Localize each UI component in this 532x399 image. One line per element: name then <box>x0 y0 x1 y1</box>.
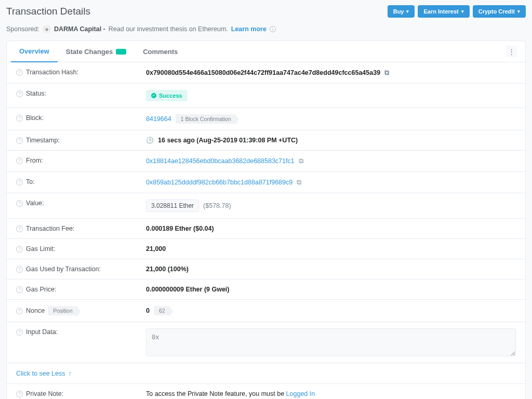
buy-label: Buy <box>393 8 404 15</box>
value-usd: ($578.78) <box>203 202 231 209</box>
label-private-note: Private Note: <box>26 390 63 397</box>
help-icon[interactable]: ? <box>16 179 23 185</box>
copy-icon[interactable]: ⧉ <box>299 157 303 165</box>
buy-button[interactable]: Buy ▾ <box>388 5 415 18</box>
help-icon[interactable]: ? <box>16 329 23 336</box>
tab-comments-label: Comments <box>143 48 178 56</box>
row-gas-price: ? Gas Price: 0.000000009 Ether (9 Gwei) <box>7 280 525 300</box>
row-private-note: ? Private Note: To access the Private No… <box>7 384 525 399</box>
label-gas-limit: Gas Limit: <box>26 245 55 252</box>
private-note-text: To access the Private Note feature, you … <box>146 390 286 397</box>
more-options-button[interactable]: ⋮ <box>506 46 517 57</box>
label-block: Block: <box>26 114 44 122</box>
label-gas-used: Gas Used by Transaction: <box>26 265 101 273</box>
row-fee: ? Transaction Fee: 0.000189 Ether ($0.04… <box>7 219 525 239</box>
row-gas-limit: ? Gas Limit: 21,000 <box>7 239 525 259</box>
header-buttons: Buy ▾ Earn Interest ▾ Crypto Credit ▾ <box>388 5 526 18</box>
value-gas-price: 0.000000009 Ether (9 Gwei) <box>146 286 230 293</box>
copy-icon[interactable]: ⧉ <box>297 178 301 187</box>
block-confirmations: 1 Block Confirmation <box>176 114 235 124</box>
label-from: From: <box>26 157 43 164</box>
label-to: To: <box>26 178 35 185</box>
help-icon[interactable]: ? <box>16 200 23 207</box>
chevron-down-icon: ▾ <box>517 9 520 14</box>
row-to: ? To: 0x859ab125ddddf982cb66b7bbc1d88a87… <box>7 172 525 193</box>
help-icon[interactable]: ? <box>16 308 23 314</box>
help-icon[interactable]: ? <box>16 69 23 76</box>
tab-overview[interactable]: Overview <box>11 41 58 62</box>
tab-comments[interactable]: Comments <box>135 42 186 62</box>
row-from: ? From: 0x18814ae128456ebd0bcaab3682de68… <box>7 151 525 172</box>
value-timestamp: 16 secs ago (Aug-25-2019 01:39:08 PM +UT… <box>158 137 298 144</box>
value-ether: 3.028811 Ether <box>146 200 199 212</box>
label-fee: Transaction Fee: <box>26 225 74 232</box>
tab-state-changes[interactable]: State Changes <box>58 42 135 62</box>
from-address-link[interactable]: 0x18814ae128456ebd0bcaab3682de688583c71f… <box>146 157 295 165</box>
arrow-up-icon: ↑ <box>68 370 71 377</box>
details-card: Overview State Changes Comments ⋮ ? Tran… <box>6 41 526 399</box>
label-hash: Transaction Hash: <box>26 69 78 76</box>
help-icon[interactable]: ? <box>16 225 23 232</box>
label-input: Input Data: <box>26 328 58 336</box>
chevron-down-icon: ▾ <box>461 9 464 14</box>
input-data-textarea[interactable] <box>146 328 516 356</box>
label-gas-price: Gas Price: <box>26 286 56 293</box>
help-icon[interactable]: ? <box>16 157 23 164</box>
credit-label: Crypto Credit <box>478 8 515 15</box>
tabs-row: Overview State Changes Comments ⋮ <box>7 41 525 62</box>
value-gas-used: 21,000 (100%) <box>146 265 189 273</box>
row-value: ? Value: 3.028811 Ether ($578.78) <box>7 193 525 219</box>
value-hash: 0x790080d554e466a15080d06e2f44c72ff91aa7… <box>146 69 380 76</box>
logged-in-link[interactable]: Logged In <box>286 390 315 397</box>
label-status: Status: <box>26 90 46 97</box>
label-nonce: Nonce <box>26 307 45 314</box>
row-gas-used: ? Gas Used by Transaction: 21,000 (100%) <box>7 259 525 280</box>
see-less-link[interactable]: Click to see Less ↑ <box>16 370 72 377</box>
row-nonce: ? Nonce Position 0 62 <box>7 300 525 322</box>
row-status: ? Status: ✓ Success <box>7 84 525 108</box>
clock-icon: 🕒 <box>146 137 154 144</box>
value-status: Success <box>159 92 182 99</box>
help-icon[interactable]: ? <box>16 391 23 397</box>
check-icon: ✓ <box>151 93 156 98</box>
block-link[interactable]: 8419664 <box>146 115 171 123</box>
chevron-down-icon: ▾ <box>406 9 409 14</box>
help-icon[interactable]: ? <box>16 137 23 144</box>
help-icon[interactable]: ? <box>16 246 23 252</box>
sponsor-name: DARMA Capital - <box>54 25 105 33</box>
crypto-credit-button[interactable]: Crypto Credit ▾ <box>473 5 526 18</box>
label-timestamp: Timestamp: <box>26 137 60 144</box>
tab-overview-label: Overview <box>19 47 49 55</box>
sponsor-logo-icon: ◆ <box>43 25 51 33</box>
header: Transaction Details Buy ▾ Earn Interest … <box>6 5 526 18</box>
to-address-link[interactable]: 0x859ab125ddddf982cb66b7bbc1d88a871f9689… <box>146 179 292 186</box>
earn-interest-button[interactable]: Earn Interest ▾ <box>418 5 469 18</box>
value-nonce: 0 <box>146 307 150 314</box>
page-title: Transaction Details <box>6 6 90 17</box>
row-see-less: Click to see Less ↑ <box>7 363 525 384</box>
row-input-data: ? Input Data: <box>7 322 525 363</box>
value-nonce-pos: 62 <box>154 306 169 315</box>
see-less-label: Click to see Less <box>16 370 65 377</box>
copy-icon[interactable]: ⧉ <box>384 69 389 77</box>
row-hash: ? Transaction Hash: 0x790080d554e466a150… <box>7 62 525 84</box>
row-block: ? Block: 8419664 1 Block Confirmation <box>7 108 525 130</box>
sponsor-text: Read our investment thesis on Ethereum. <box>109 25 228 33</box>
label-value: Value: <box>26 200 44 207</box>
row-timestamp: ? Timestamp: 🕒 16 secs ago (Aug-25-2019 … <box>7 130 525 151</box>
sponsor-learn-more-link[interactable]: Learn more <box>231 25 267 33</box>
help-icon[interactable]: ? <box>16 266 23 273</box>
help-icon[interactable]: ? <box>16 90 23 97</box>
nonce-position-label: Position <box>48 306 76 315</box>
status-badge: ✓ Success <box>146 90 188 101</box>
sponsored-prefix: Sponsored: <box>6 25 39 33</box>
info-icon[interactable]: i <box>270 26 276 32</box>
earn-label: Earn Interest <box>423 8 458 15</box>
tab-state-label: State Changes <box>66 48 113 56</box>
new-badge-icon <box>116 49 126 55</box>
help-icon[interactable]: ? <box>16 115 23 122</box>
value-gas-limit: 21,000 <box>146 245 166 252</box>
sponsored-banner: Sponsored: ◆ DARMA Capital - Read our in… <box>6 25 526 33</box>
value-fee: 0.000189 Ether ($0.04) <box>146 225 214 232</box>
help-icon[interactable]: ? <box>16 286 23 293</box>
